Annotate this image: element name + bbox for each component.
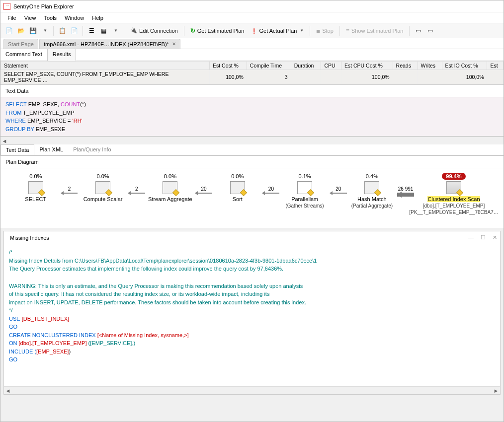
close-tab-icon[interactable]: ✕ (172, 41, 176, 47)
new-button[interactable] (3, 25, 14, 36)
subtab-results[interactable]: Results (48, 49, 77, 61)
tab-start-page[interactable]: Start Page (3, 39, 38, 49)
plan-canvas[interactable]: 0.0% SELECT 2 0.0% Compute Scalar 2 0.0%… (0, 168, 504, 228)
menu-window[interactable]: Window (61, 15, 88, 21)
statement-grid: Statement Est Cost % Compile Time Durati… (0, 61, 504, 84)
plan-diagram-panel: Plan Diagram 0.0% SELECT 2 0.0% Compute … (0, 155, 504, 228)
col-estio[interactable]: Est IO Cost % (442, 62, 487, 70)
copy-button[interactable] (57, 25, 68, 36)
save-dropdown[interactable]: ▼ (39, 25, 50, 36)
text-area-tabs: Text Data Plan XML Plan/Query Info (0, 144, 504, 155)
plan-diagram-header: Plan Diagram (0, 156, 504, 168)
menu-file[interactable]: File (3, 15, 20, 21)
plan-node-parallelism[interactable]: 0.1% Parallelism(Gather Streams) (279, 173, 330, 209)
close-icon[interactable]: ✕ (493, 234, 497, 241)
subtabs: Command Text Results (0, 49, 504, 61)
plan-arrow: 20 (330, 186, 347, 194)
col-duration[interactable]: Duration (291, 62, 321, 70)
tab-plan-xml[interactable]: Plan XML (34, 144, 68, 155)
view-mode-2-button[interactable] (424, 25, 435, 36)
sql-scrollbar[interactable]: ◄ (0, 137, 504, 144)
plan-arrow-thick: 26 991 (397, 186, 414, 197)
missing-indexes-body[interactable]: /* Missing Index Details from C:\Users\F… (4, 244, 500, 386)
col-estcost[interactable]: Est Cost % (210, 62, 247, 70)
list-button[interactable] (86, 25, 97, 36)
plan-arrow: 2 (61, 186, 78, 194)
tab-plan-query-info[interactable]: Plan/Query Info (68, 144, 116, 155)
document-tabs: Start Page tmpA666.xml - HPZ840F…INDEX (… (0, 38, 504, 49)
app-icon (3, 3, 10, 10)
col-estcpu[interactable]: Est CPU Cost % (341, 62, 393, 70)
get-estimated-plan-button[interactable]: Get Estimated Plan (187, 25, 248, 36)
subtab-command-text[interactable]: Command Text (0, 49, 48, 61)
menu-bar: File View Tools Window Help (0, 12, 504, 23)
missing-indexes-panel: Missing Indexes — ☐ ✕ /* Missing Index D… (3, 231, 501, 395)
maximize-icon[interactable]: ☐ (481, 234, 486, 241)
table-row[interactable]: SELECT EMP_SEXE, COUNT(*) FROM T_EMPLOYE… (1, 70, 504, 84)
missing-scrollbar[interactable]: ◄► (4, 386, 500, 394)
menu-view[interactable]: View (20, 15, 40, 21)
missing-indexes-title: Missing Indexes (10, 235, 49, 241)
col-cpu[interactable]: CPU (321, 62, 341, 70)
plan-arrow: 20 (195, 186, 212, 194)
paste-button[interactable] (69, 25, 80, 36)
title-bar: SentryOne Plan Explorer (0, 0, 504, 12)
plan-node-sort[interactable]: 0.0% Sort (212, 173, 263, 203)
menu-tools[interactable]: Tools (40, 15, 61, 21)
view-mode-1-button[interactable] (413, 25, 423, 36)
open-button[interactable] (15, 25, 26, 36)
text-data-header: Text Data (0, 84, 504, 97)
plan-arrow: 20 (262, 186, 279, 194)
col-statement[interactable]: Statement (1, 62, 210, 70)
tab-active-file[interactable]: tmpA666.xml - HPZ840F…INDEX (HPZ840FB\FB… (39, 39, 180, 49)
sql-text[interactable]: SELECT EMP_SEXE, COUNT(*) FROM T_EMPLOYE… (0, 97, 504, 137)
plan-node-select[interactable]: 0.0% SELECT (10, 173, 61, 203)
app-title: SentryOne Plan Explorer (13, 3, 74, 9)
layout-button[interactable] (98, 25, 109, 36)
plan-node-hash-match[interactable]: 0.4% Hash Match(Partial Aggregate) (347, 173, 398, 209)
save-button[interactable] (27, 25, 38, 36)
plan-node-compute-scalar[interactable]: 0.0% Compute Scalar (78, 173, 128, 203)
col-reads[interactable]: Reads (393, 62, 418, 70)
tab-text-data[interactable]: Text Data (0, 144, 34, 155)
layout-dropdown[interactable]: ▼ (110, 25, 121, 36)
menu-help[interactable]: Help (88, 15, 107, 21)
col-est-more[interactable]: Est (487, 62, 504, 70)
toolbar: ▼ ▼ Edit Connection Get Estimated Plan G… (0, 23, 504, 38)
get-actual-plan-button[interactable]: Get Actual Plan▼ (248, 25, 307, 36)
plan-node-stream-aggregate[interactable]: 0.0% Stream Aggregate (145, 173, 196, 203)
plan-node-clustered-index-scan[interactable]: 99.4% Clustered Index Scan[dbo].[T_EMPLO… (414, 173, 494, 216)
minimize-icon[interactable]: — (468, 234, 474, 241)
stop-button: Stop (313, 25, 336, 36)
missing-indexes-titlebar: Missing Indexes — ☐ ✕ (4, 231, 500, 244)
col-writes[interactable]: Writes (418, 62, 442, 70)
plan-arrow: 2 (128, 186, 145, 194)
edit-connection-button[interactable]: Edit Connection (127, 25, 181, 36)
col-compile[interactable]: Compile Time (247, 62, 291, 70)
show-estimated-plan-button: Show Estimated Plan (343, 25, 407, 36)
